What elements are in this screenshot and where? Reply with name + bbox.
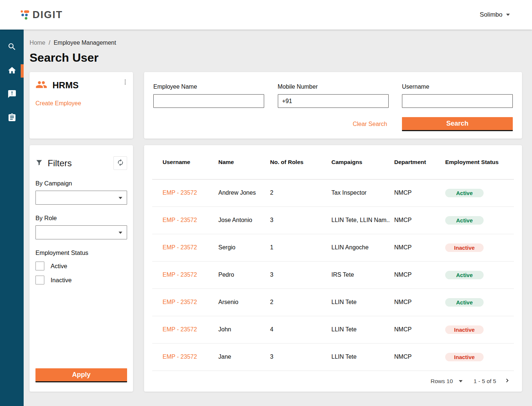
cell-campaigns: Tax Inspector <box>329 179 392 207</box>
by-campaign-select[interactable] <box>35 191 127 205</box>
cell-department: NMCP <box>392 234 443 261</box>
inactive-checkbox-label: Inactive <box>51 277 72 284</box>
breadcrumb-home[interactable]: Home <box>30 40 45 46</box>
mobile-number-input[interactable] <box>278 94 389 108</box>
sidebar-item-assignment[interactable] <box>0 106 24 130</box>
status-badge: Inactive <box>445 243 484 252</box>
cell-roles: 4 <box>268 316 329 343</box>
sidebar-item-search[interactable] <box>0 35 24 59</box>
status-badge: Active <box>445 189 484 197</box>
employee-link[interactable]: EMP - 23572 <box>163 354 197 360</box>
digit-logo[interactable]: DIGIT <box>21 9 63 21</box>
cell-department: NMCP <box>392 343 443 371</box>
sidebar-item-announcement[interactable] <box>0 83 24 106</box>
employee-link[interactable]: EMP - 23572 <box>163 326 197 332</box>
breadcrumb-separator: / <box>49 40 50 46</box>
employee-link[interactable]: EMP - 23572 <box>163 190 197 196</box>
page-title: Search User <box>30 51 522 65</box>
status-badge: Active <box>445 216 484 225</box>
cell-roles: 3 <box>268 343 329 371</box>
cell-name: Jane <box>216 343 268 371</box>
table-row: EMP - 23572 Andrew Jones 2 Tax Inspector… <box>152 179 514 207</box>
digit-logo-mark-icon <box>21 10 29 20</box>
cell-name: John <box>216 316 268 343</box>
hrms-card-title: HRMS <box>52 80 79 91</box>
announcement-icon <box>7 89 17 100</box>
refresh-icon <box>117 159 124 167</box>
cell-roles: 2 <box>268 289 329 316</box>
username-label: Username <box>402 83 513 90</box>
active-checkbox-label: Active <box>51 263 67 270</box>
cell-campaigns: LLIN Tete <box>329 289 392 316</box>
rows-per-page-label: Rows 10 <box>431 378 453 385</box>
table-header-row: Username Name No. of Roles Campaigns Dep… <box>152 145 514 179</box>
employee-link[interactable]: EMP - 23572 <box>163 217 197 223</box>
employee-link[interactable]: EMP - 23572 <box>163 272 197 278</box>
next-page-button[interactable] <box>504 377 511 385</box>
cell-campaigns: LLIN Angoche <box>329 234 392 261</box>
active-checkbox-row[interactable]: Active <box>35 262 127 270</box>
breadcrumb: Home / Employee Management <box>30 40 522 46</box>
table-row: EMP - 23572 Sergio 1 LLIN Angoche NMCP I… <box>152 234 514 261</box>
employee-name-input[interactable] <box>153 94 264 108</box>
cell-campaigns: LLIN Tete <box>329 316 392 343</box>
kebab-menu-icon[interactable] <box>122 79 129 87</box>
col-status: Employment Status <box>443 145 514 179</box>
pagination-range: 1 - 5 of 5 <box>474 378 496 385</box>
clear-search-link[interactable]: Clear Search <box>353 121 387 127</box>
rows-per-page-select[interactable]: Rows 10 <box>431 378 463 385</box>
by-role-select[interactable] <box>35 225 127 239</box>
cell-roles: 1 <box>268 234 329 261</box>
search-icon <box>7 42 17 53</box>
user-menu[interactable]: Solimbo <box>480 11 510 18</box>
employee-name-label: Employee Name <box>153 83 264 90</box>
chevron-down-icon <box>119 197 122 199</box>
cell-name: Pedro <box>216 261 268 289</box>
table-row: EMP - 23572 John 4 LLIN Tete NMCP Inacti… <box>152 316 514 343</box>
cell-name: Arsenio <box>216 289 268 316</box>
cell-roles: 3 <box>268 207 329 234</box>
home-icon <box>7 66 17 76</box>
cell-name: Jose Antonio <box>216 207 268 234</box>
status-badge: Active <box>445 271 484 279</box>
create-employee-link[interactable]: Create Employee <box>35 100 81 107</box>
table-row: EMP - 23572 Jane 3 LLIN Tete NMCP Inacti… <box>152 343 514 371</box>
cell-campaigns: IRS Tete <box>329 261 392 289</box>
active-checkbox[interactable] <box>35 262 44 270</box>
table-row: EMP - 23572 Arsenio 2 LLIN Tete NMCP Act… <box>152 289 514 316</box>
search-button[interactable]: Search <box>402 117 513 131</box>
results-card: Username Name No. of Roles Campaigns Dep… <box>144 145 522 392</box>
apply-button[interactable]: Apply <box>35 368 127 382</box>
cell-roles: 2 <box>268 179 329 207</box>
filters-title: Filters <box>48 158 72 168</box>
col-username: Username <box>152 145 216 179</box>
filter-icon <box>35 159 43 168</box>
inactive-checkbox[interactable] <box>35 276 44 284</box>
cell-department: NMCP <box>392 179 443 207</box>
refresh-filters-button[interactable] <box>113 156 127 170</box>
chevron-down-icon <box>459 380 463 382</box>
employment-status-label: Employment Status <box>35 249 127 256</box>
employee-link[interactable]: EMP - 23572 <box>163 244 197 250</box>
hrms-card: HRMS Create Employee <box>30 72 133 139</box>
status-badge: Inactive <box>445 325 484 334</box>
col-name: Name <box>216 145 268 179</box>
employee-link[interactable]: EMP - 23572 <box>163 299 197 305</box>
breadcrumb-current: Employee Management <box>54 40 116 46</box>
sidebar-item-home[interactable] <box>0 59 24 83</box>
by-campaign-label: By Campaign <box>35 180 127 187</box>
chevron-right-icon <box>504 377 511 385</box>
inactive-checkbox-row[interactable]: Inactive <box>35 276 127 284</box>
app-header: DIGIT Solimbo <box>0 0 532 30</box>
cell-name: Sergio <box>216 234 268 261</box>
main-content: Home / Employee Management Search User H… <box>24 30 532 406</box>
username-input[interactable] <box>402 94 513 108</box>
search-panel: Employee Name Mobile Number Username <box>144 72 522 139</box>
col-roles: No. of Roles <box>268 145 329 179</box>
cell-roles: 3 <box>268 261 329 289</box>
pagination: Rows 10 1 - 5 of 5 <box>152 371 514 392</box>
table-row: EMP - 23572 Jose Antonio 3 LLIN Tete, LL… <box>152 207 514 234</box>
table-row: EMP - 23572 Pedro 3 IRS Tete NMCP Active <box>152 261 514 289</box>
cell-department: NMCP <box>392 316 443 343</box>
status-badge: Active <box>445 298 484 307</box>
